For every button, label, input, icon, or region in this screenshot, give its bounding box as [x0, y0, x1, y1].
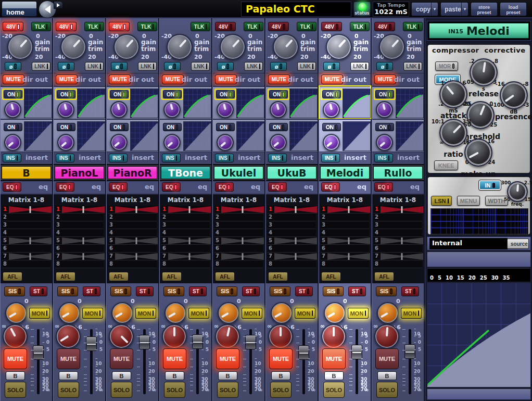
- gate-threshold-knob[interactable]: [217, 134, 234, 151]
- matrix-send-row[interactable]: 3: [321, 221, 369, 229]
- channel-name-cell[interactable]: Rullo: [372, 164, 424, 181]
- insert-button[interactable]: INS: [268, 154, 287, 162]
- afl-button[interactable]: AFL: [109, 272, 129, 281]
- pan-knob[interactable]: [109, 324, 134, 349]
- matrix-send-row[interactable]: 2: [108, 214, 157, 221]
- gate-on-button[interactable]: ON: [57, 123, 75, 131]
- insert-button[interactable]: INS: [162, 154, 181, 162]
- gate-threshold-knob[interactable]: [57, 134, 74, 151]
- b-bus-button[interactable]: B: [165, 371, 184, 380]
- matrix-send-row[interactable]: 1: [108, 206, 157, 214]
- source-button[interactable]: source: [507, 239, 529, 249]
- matrix-send-row[interactable]: 8: [374, 260, 422, 268]
- matrix-send-row[interactable]: 2: [268, 214, 316, 221]
- afl-button[interactable]: AFL: [3, 272, 22, 281]
- solo-button[interactable]: SOLO: [164, 382, 185, 398]
- channel-name-cell[interactable]: Ukulel: [213, 164, 264, 181]
- link-button[interactable]: LNK: [32, 62, 50, 71]
- phantom-48v-button[interactable]: 48V: [268, 22, 289, 31]
- gate-on-button[interactable]: ON: [4, 123, 22, 131]
- phantom-48v-button[interactable]: 48V: [3, 22, 23, 31]
- matrix-send-row[interactable]: 3: [161, 221, 210, 229]
- channel-mute-button[interactable]: MUTE: [375, 348, 399, 369]
- channel-mute-button[interactable]: MUTE: [322, 348, 346, 369]
- stereo-button[interactable]: ST: [348, 286, 366, 296]
- phantom-48v-button[interactable]: 48V: [215, 22, 236, 31]
- dir-out-mute-button[interactable]: MUTE: [321, 74, 343, 84]
- pan-knob[interactable]: [3, 324, 28, 349]
- compressor-cell[interactable]: ON: [54, 86, 105, 119]
- compressor-threshold-knob[interactable]: [57, 101, 74, 118]
- link-button[interactable]: LNK: [403, 62, 422, 71]
- matrix-send-row[interactable]: 1: [161, 206, 210, 214]
- insert-button[interactable]: INS: [321, 154, 340, 162]
- pan-knob[interactable]: [321, 324, 346, 349]
- matrix-send-row[interactable]: 3: [55, 221, 104, 229]
- matrix-send-row[interactable]: 2: [214, 214, 263, 221]
- matrix-send-row[interactable]: 2: [321, 214, 369, 221]
- insert-button[interactable]: INS: [215, 154, 234, 162]
- afl-button[interactable]: AFL: [162, 272, 182, 281]
- link-button[interactable]: LNK: [297, 62, 316, 71]
- compressor-on-button[interactable]: ON: [375, 90, 394, 98]
- insert-button[interactable]: INS: [109, 154, 128, 162]
- eq-button[interactable]: EQ: [162, 182, 181, 192]
- matrix-send-row[interactable]: 7: [214, 253, 263, 260]
- afl-button[interactable]: AFL: [321, 272, 341, 281]
- gain-trim-knob[interactable]: [167, 34, 193, 60]
- talkback-button[interactable]: TLK: [244, 22, 263, 31]
- compressor-on-button[interactable]: ON: [216, 90, 235, 98]
- matrix-send-row[interactable]: 8: [108, 260, 157, 268]
- monitor-level-knob[interactable]: [58, 302, 80, 324]
- compressor-threshold-knob[interactable]: [376, 101, 393, 118]
- dir-out-mute-button[interactable]: MUTE: [215, 74, 237, 84]
- gate-cell[interactable]: ON: [1, 119, 52, 152]
- gain-trim-knob[interactable]: [379, 34, 405, 60]
- gate-threshold-knob[interactable]: [323, 134, 340, 151]
- talkback-button[interactable]: TLK: [84, 22, 104, 31]
- afl-button[interactable]: AFL: [374, 272, 394, 281]
- eq-button[interactable]: EQ: [268, 182, 287, 192]
- matrix-send-row[interactable]: 6: [214, 245, 263, 253]
- dir-out-mute-button[interactable]: MUTE: [162, 74, 184, 84]
- compressor-threshold-knob[interactable]: [217, 101, 234, 118]
- copy-button[interactable]: copy▾: [411, 2, 438, 16]
- channel-name-cell[interactable]: PianoL: [54, 164, 105, 181]
- matrix-send-row[interactable]: 7: [268, 253, 316, 260]
- monitor-level-knob[interactable]: [5, 302, 27, 324]
- matrix-send-row[interactable]: 3: [374, 221, 422, 229]
- compressor-cell[interactable]: ON: [319, 86, 371, 119]
- gate-cell[interactable]: ON: [160, 119, 211, 152]
- eq-button[interactable]: EQ: [321, 182, 340, 192]
- sis-button[interactable]: SIS: [376, 286, 397, 296]
- matrix-send-row[interactable]: 6: [374, 245, 422, 253]
- matrix-send-row[interactable]: 5: [55, 237, 104, 245]
- dir-out-mute-button[interactable]: MUTE: [374, 74, 396, 84]
- matrix-send-row[interactable]: 1: [374, 206, 422, 214]
- channel-name-cell[interactable]: PianoR: [107, 164, 158, 181]
- gate-on-button[interactable]: ON: [163, 123, 182, 131]
- monitor-level-knob[interactable]: [271, 302, 293, 324]
- mon-button[interactable]: MON: [82, 308, 103, 319]
- pan-knob[interactable]: [56, 324, 81, 349]
- matrix-send-row[interactable]: 1: [2, 206, 50, 214]
- matrix-send-row[interactable]: 2: [374, 214, 422, 221]
- solo-button[interactable]: SOLO: [217, 382, 238, 398]
- channel-fader[interactable]: [90, 329, 93, 394]
- compressor-cell[interactable]: ON: [266, 86, 318, 119]
- gate-cell[interactable]: ON: [266, 119, 318, 152]
- matrix-send-row[interactable]: 4: [321, 229, 369, 237]
- talkback-button[interactable]: TLK: [297, 22, 316, 31]
- b-bus-button[interactable]: B: [377, 371, 397, 380]
- listen-button[interactable]: LSN: [431, 196, 452, 206]
- status-button[interactable]: status: [353, 2, 371, 17]
- channel-mute-button[interactable]: MUTE: [110, 348, 133, 369]
- sis-button[interactable]: SIS: [270, 286, 290, 296]
- link-button[interactable]: LNK: [85, 62, 104, 71]
- menu-button[interactable]: MENU: [457, 196, 480, 206]
- afl-button[interactable]: AFL: [215, 272, 235, 281]
- afl-button[interactable]: AFL: [268, 272, 288, 281]
- sis-button[interactable]: SIS: [217, 286, 237, 296]
- freq-knob[interactable]: [507, 181, 528, 202]
- compressor-threshold-knob[interactable]: [110, 101, 128, 118]
